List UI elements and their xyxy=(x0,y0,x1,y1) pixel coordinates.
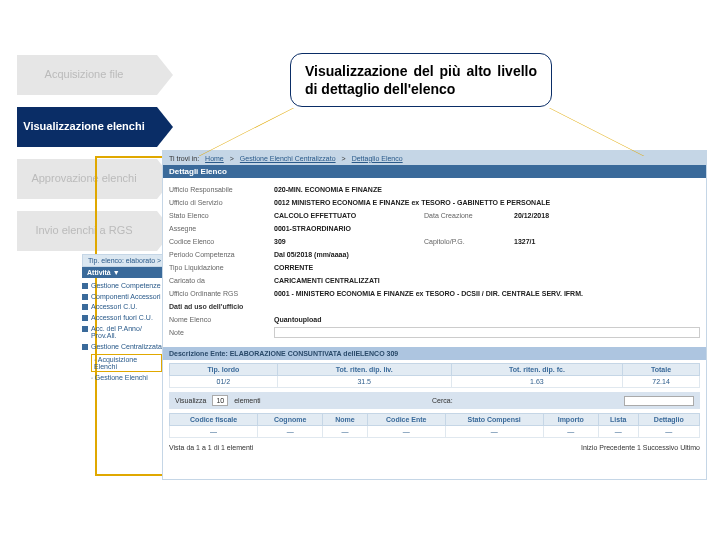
app-panel: Ti trovi in: Home > Gestione Elenchi Cen… xyxy=(162,150,707,480)
form-area: Ufficio Responsabile020-MIN. ECONOMIA E … xyxy=(163,178,706,344)
side-tab-attivita[interactable]: Attività ▼ xyxy=(82,267,162,278)
note-input[interactable] xyxy=(274,327,700,338)
pager-bar: Visualizza 10 elementi Cerca: xyxy=(169,392,700,409)
desc-bar: Descrizione Ente: ELABORAZIONE CONSUNTIV… xyxy=(163,347,706,360)
section-title: Dettagli Elenco xyxy=(163,165,706,178)
search-input[interactable] xyxy=(624,396,694,406)
detail-table: Codice fiscale Cognome Nome Codice Ente … xyxy=(169,413,700,438)
step-acquisizione[interactable]: Acquisizione file xyxy=(17,55,157,95)
breadcrumb: Ti trovi in: Home > Gestione Elenchi Cen… xyxy=(163,151,706,165)
side-link[interactable]: Accessori C.U. xyxy=(82,303,162,311)
breadcrumb-p2[interactable]: Dettaglio Elenco xyxy=(352,155,403,162)
totals-table: Tip. lordo Tot. riten. dip. liv. Tot. ri… xyxy=(169,363,700,388)
table-row[interactable]: ———————— xyxy=(170,426,700,438)
side-link[interactable]: Gestione Competenze xyxy=(82,282,162,290)
breadcrumb-home[interactable]: Home xyxy=(205,155,224,162)
side-link[interactable]: Gestione Centralizzata xyxy=(82,343,162,351)
side-links: Attività ▼ Gestione Competenze Component… xyxy=(82,267,162,381)
step-visualizzazione[interactable]: Visualizzazione elenchi xyxy=(17,107,157,147)
side-link[interactable]: Acc. del P.Anno/ Prov.All. xyxy=(82,325,162,340)
side-link[interactable]: Componenti Accessori xyxy=(82,293,162,301)
side-link-selected[interactable]: ◦ Acquisizione Elenchi xyxy=(91,354,162,372)
side-link[interactable]: ◦ Gestione Elenchi xyxy=(91,374,162,381)
page-size-select[interactable]: 10 xyxy=(212,395,228,406)
callout-bubble: Visualizzazione del più alto livello di … xyxy=(290,53,552,107)
footer-status: Vista da 1 a 1 di 1 elementi Inizio Prec… xyxy=(163,441,706,457)
pagination-links[interactable]: Inizio Precedente 1 Successivo Ultimo xyxy=(581,444,700,451)
side-link[interactable]: Accessori fuori C.U. xyxy=(82,314,162,322)
breadcrumb-p1[interactable]: Gestione Elenchi Centralizzato xyxy=(240,155,336,162)
table-row[interactable]: 01/2 31.5 1.63 72.14 xyxy=(170,376,700,388)
